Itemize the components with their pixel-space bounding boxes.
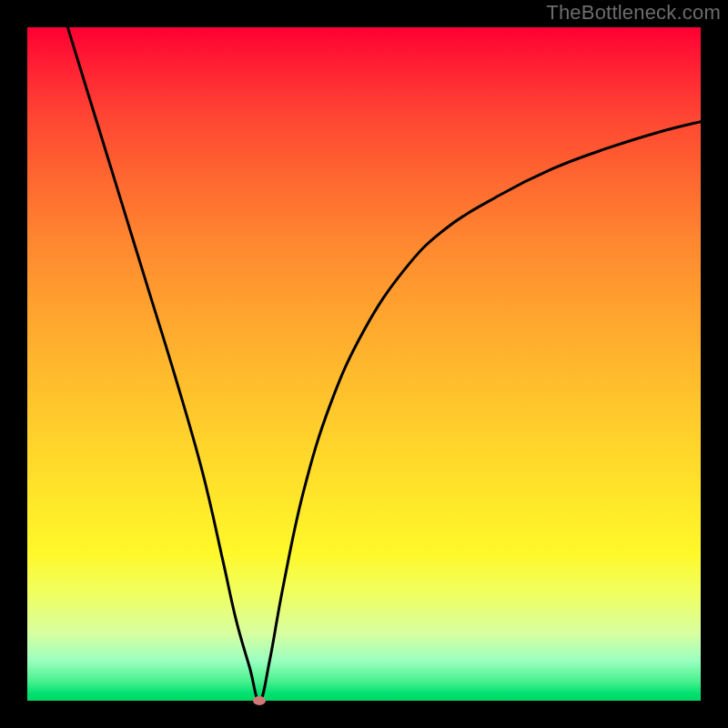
optimal-point-marker [253, 696, 266, 705]
plot-area [27, 27, 701, 701]
bottleneck-curve [27, 27, 701, 701]
watermark-text: TheBottleneck.com [546, 1, 721, 25]
chart-container: TheBottleneck.com [0, 0, 728, 728]
